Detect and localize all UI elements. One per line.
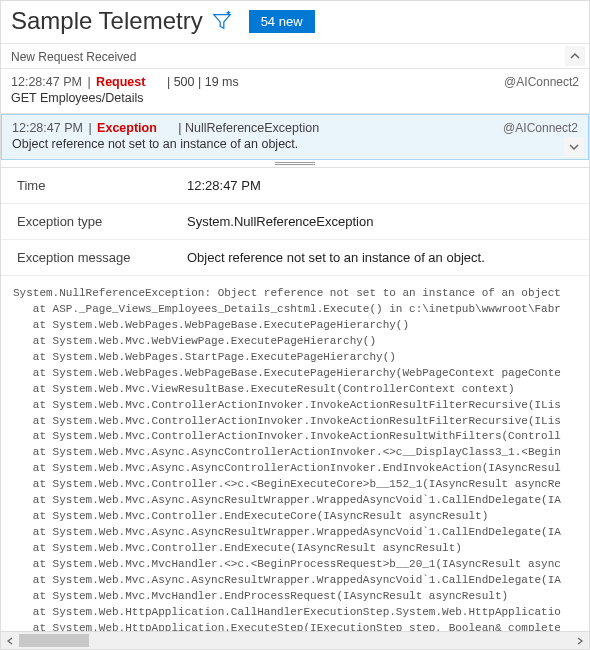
detail-label: Time: [17, 178, 187, 193]
detail-value: System.NullReferenceException: [187, 214, 573, 229]
detail-label: Exception message: [17, 250, 187, 265]
entry-line1: 12:28:47 PM | Request | 500 | 19 ms: [11, 75, 579, 89]
entry-time: 12:28:47 PM: [12, 121, 83, 135]
filter-icon[interactable]: [211, 10, 233, 32]
detail-row-time: Time 12:28:47 PM: [1, 168, 589, 204]
header: Sample Telemetry 54 new: [1, 1, 589, 43]
scroll-thumb[interactable]: [19, 634, 89, 647]
entry-meta: | NullReferenceException: [178, 121, 319, 135]
splitter-handle[interactable]: [1, 160, 589, 168]
horizontal-scrollbar[interactable]: [1, 631, 589, 649]
entry-detail: GET Employees/Details: [11, 91, 579, 105]
entry-line1: 12:28:47 PM | Exception | NullReferenceE…: [12, 121, 578, 135]
scroll-right-button[interactable]: [571, 632, 589, 650]
new-count-badge[interactable]: 54 new: [249, 10, 315, 33]
entry-source: @AIConnect2: [503, 121, 578, 135]
detail-value: Object reference not set to an instance …: [187, 250, 573, 265]
telemetry-entry-exception[interactable]: 12:28:47 PM | Exception | NullReferenceE…: [1, 114, 589, 160]
detail-label: Exception type: [17, 214, 187, 229]
entry-meta: | 500 | 19 ms: [167, 75, 239, 89]
entry-detail: Object reference not set to an instance …: [12, 137, 578, 151]
detail-row-type: Exception type System.NullReferenceExcep…: [1, 204, 589, 240]
stack-trace-text[interactable]: System.NullReferenceException: Object re…: [1, 276, 589, 631]
entry-source: @AIConnect2: [504, 75, 579, 89]
collapse-up-button[interactable]: [565, 46, 585, 66]
stack-trace-panel: System.NullReferenceException: Object re…: [1, 276, 589, 649]
entry-separator: |: [87, 75, 90, 89]
entry-time: 12:28:47 PM: [11, 75, 82, 89]
entry-kind: Request: [96, 75, 145, 89]
telemetry-entry-request[interactable]: 12:28:47 PM | Request | 500 | 19 ms GET …: [1, 69, 589, 114]
grip-icon: [275, 162, 315, 165]
entry-separator: |: [88, 121, 91, 135]
scroll-track[interactable]: [19, 632, 571, 649]
entry-kind: Exception: [97, 121, 157, 135]
scroll-left-button[interactable]: [1, 632, 19, 650]
detail-row-message: Exception message Object reference not s…: [1, 240, 589, 276]
page-title: Sample Telemetry: [11, 7, 203, 35]
section-label-text: New Request Received: [11, 50, 136, 64]
detail-value: 12:28:47 PM: [187, 178, 573, 193]
expand-down-button[interactable]: [564, 137, 584, 157]
section-label: New Request Received: [1, 43, 589, 69]
